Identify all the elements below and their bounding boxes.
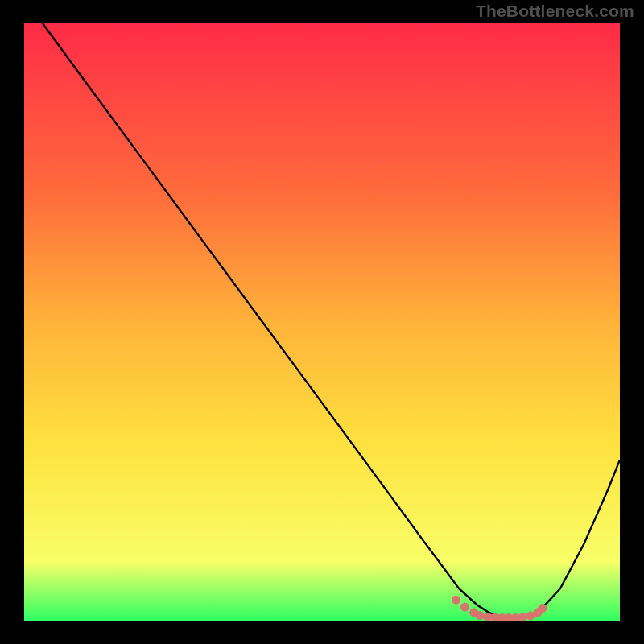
marker-dot — [460, 603, 469, 612]
plot-area — [24, 23, 620, 621]
watermark-text: TheBottleneck.com — [476, 2, 634, 21]
marker-dot — [538, 604, 547, 613]
marker-dot — [476, 611, 485, 620]
chart-svg — [24, 23, 620, 621]
marker-dot — [452, 596, 460, 605]
chart-frame: TheBottleneck.com — [0, 0, 644, 644]
gradient-bg — [24, 23, 620, 621]
marker-dot — [518, 613, 527, 621]
